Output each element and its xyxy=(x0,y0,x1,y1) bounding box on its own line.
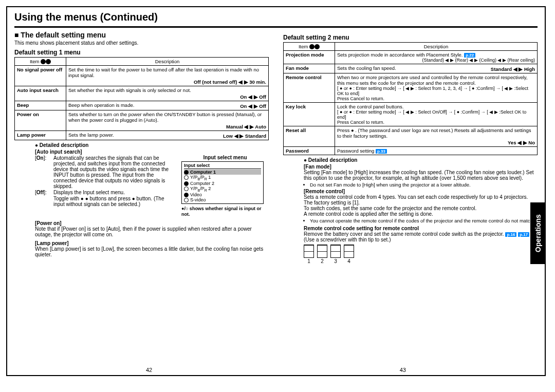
table1-title: Default setting 1 menu xyxy=(14,49,269,56)
row-power-on: Power on xyxy=(15,110,66,131)
col-desc: Description xyxy=(66,58,269,66)
remote-text2: To switch codes, set the same code for t… xyxy=(304,206,538,211)
input-item-1: Computer 1 xyxy=(190,170,216,175)
row-projection-opt: (Standard) ◀ ▶ (Rear) ◀ ▶ (Ceiling) ◀ ▶ … xyxy=(337,58,535,63)
row-resetall: Reset all xyxy=(284,126,335,147)
row-lamp-desc: Sets the lamp power. xyxy=(68,132,114,138)
row-fan: Fan mode xyxy=(284,64,335,73)
row-projection-desc: Sets projection mode in accordance with … xyxy=(337,52,463,58)
poweron-label: [Power on] xyxy=(35,220,269,226)
pageref-33: p.33 xyxy=(376,149,387,154)
row-password: Password xyxy=(284,147,335,155)
page-number-right: 43 xyxy=(400,367,406,373)
remote-text3: A remote control code is applied after t… xyxy=(304,211,538,217)
page-number-left: 42 xyxy=(146,367,152,373)
row-resetall-desc: Press ● . (The password and user logo ar… xyxy=(337,127,535,139)
dip-4 xyxy=(344,245,354,258)
row-auto-input-desc: Set whether the input with signals is on… xyxy=(68,87,266,93)
input-item-3: Computer 2 xyxy=(190,181,214,186)
row-projection: Projection mode xyxy=(284,51,335,64)
row-no-signal: No signal power off xyxy=(15,66,66,86)
row-auto-input-opt: On ◀ ▶ Off xyxy=(68,94,266,100)
row-keylock: Key lock xyxy=(284,103,335,126)
default-setting-heading: ■ The default setting menu xyxy=(14,31,269,39)
default-setting-2-table: Item Description Projection mode Sets pr… xyxy=(283,42,538,155)
row-power-on-desc: Sets whether to turn on the power when t… xyxy=(68,111,266,123)
table2-title: Default setting 2 menu xyxy=(283,34,538,41)
left-column: ■ The default setting menu This menu sho… xyxy=(14,31,269,264)
row-resetall-opt: Yes ◀ ▶ No xyxy=(337,140,535,145)
input-select-box: Input select Computer 1 Y/PB/PR 1 Comput… xyxy=(181,161,264,204)
col2-item: Item xyxy=(284,43,335,51)
row-beep: Beep xyxy=(15,101,66,110)
remote-text1: Sets a remote control code from 4 types.… xyxy=(304,194,538,206)
auto-input-label: [Auto input search] xyxy=(35,149,269,155)
auto-input-off: Displays the Input select menu. xyxy=(53,190,125,195)
dip-1 xyxy=(304,245,314,258)
remote-label: [Remote control] xyxy=(304,189,538,194)
col-item: Item xyxy=(15,58,66,66)
lamppower-text: When [Lamp power] is set to [Low], the s… xyxy=(35,246,269,257)
dip-2 xyxy=(317,245,327,258)
lamppower-label: [Lamp power] xyxy=(35,240,269,246)
fanmode-bullet: Do not set Fan mode to [High] when using… xyxy=(310,182,538,188)
input-select-header: Input select xyxy=(184,163,261,169)
remote-bullet: You cannot operate the remote control if… xyxy=(310,218,538,223)
row-auto-input: Auto input search xyxy=(15,86,66,101)
input-select-note: ●/○ shows whether signal is input or not… xyxy=(181,206,269,217)
pageref-22: p.22 xyxy=(464,53,475,58)
row-beep-opt: On ◀ ▶ Off xyxy=(240,103,266,109)
title-rule xyxy=(14,26,538,28)
side-tab-operations: Operations xyxy=(530,202,546,264)
input-item-2: Y/PB/PR 1 xyxy=(190,175,211,180)
detailed-desc-left: ● Detailed description [Auto input searc… xyxy=(14,142,269,257)
detailed-desc-right: ● Detailed description [Fan mode] Settin… xyxy=(283,157,538,264)
row-power-on-opt: Manual ◀ ▶ Auto xyxy=(68,124,266,129)
up-down-icon xyxy=(46,59,51,64)
row-keylock-flow: [ ● or ● : Enter setting mode] → [ ◀ ▶ :… xyxy=(337,109,535,120)
detailed-title-right: ● Detailed description xyxy=(304,157,538,163)
row-fan-opt: Standard ◀ ▶ High xyxy=(491,66,535,72)
row-no-signal-opt: Off (not turned off) ◀ ▶ 30 min. xyxy=(68,79,266,85)
row-remote-flow: [ ● or ● : Enter setting mode] → [ ◀ ▶ :… xyxy=(337,86,535,96)
input-select-title: Input select menu xyxy=(181,155,269,160)
row-fan-desc: Sets the cooling fan speed. xyxy=(337,65,396,71)
fanmode-label: [Fan mode] xyxy=(304,164,538,170)
up-down-icon xyxy=(41,59,46,64)
up-down-icon xyxy=(314,44,320,49)
pageref-16: p.16 xyxy=(505,232,516,237)
row-no-signal-desc: Set the time to wait for the power to be… xyxy=(68,67,266,78)
up-down-icon xyxy=(309,44,314,49)
row-keylock-desc: Lock the control panel buttons. xyxy=(337,104,535,109)
page-frame: Using the menus (Continued) ■ The defaul… xyxy=(6,6,546,376)
auto-input-toggle: Toggle with ● ● buttons and press ● butt… xyxy=(53,196,176,207)
col2-desc: Description xyxy=(335,43,538,51)
input-item-6: S-video xyxy=(190,197,206,202)
row-remote-desc: When two or more projectors are used and… xyxy=(337,74,535,86)
row-lamp-opt: Low ◀ ▶ Standard xyxy=(223,133,266,139)
input-item-4: Y/PB/PR 2 xyxy=(190,186,211,191)
dip-3 xyxy=(330,245,341,258)
row-keylock-cancel: Press Cancel to return. xyxy=(337,120,535,125)
row-beep-desc: Beep when operation is made. xyxy=(68,102,134,108)
row-lamp-power: Lamp power xyxy=(15,131,66,140)
right-column: Default setting 2 menu Item Description … xyxy=(283,31,538,264)
codesetting-text: Remove the battery cover and set the sam… xyxy=(304,231,538,242)
detailed-title: ● Detailed description xyxy=(35,142,269,148)
pageref-17: p.17 xyxy=(518,232,529,237)
row-remote-cancel: Press Cancel to return. xyxy=(337,96,535,101)
dip-switch-row: 1 2 3 4 xyxy=(304,245,538,264)
poweron-text: Note that if [Power on] is set to [Auto]… xyxy=(35,226,269,237)
auto-input-on: Automatically searches the signals that … xyxy=(53,155,176,189)
input-item-5: Video xyxy=(190,192,202,197)
fanmode-text: Setting [Fan mode] to [High] increases t… xyxy=(304,170,538,181)
page-title: Using the menus (Continued) xyxy=(14,11,538,23)
default-setting-intro: This menu shows placement status and oth… xyxy=(14,40,269,46)
row-password-desc: Password setting xyxy=(337,148,374,154)
default-setting-1-table: Item Description No signal power off Set… xyxy=(14,57,269,140)
row-remote: Remote control xyxy=(284,73,335,103)
codesetting-label: Remote control code setting for remote c… xyxy=(304,226,538,231)
